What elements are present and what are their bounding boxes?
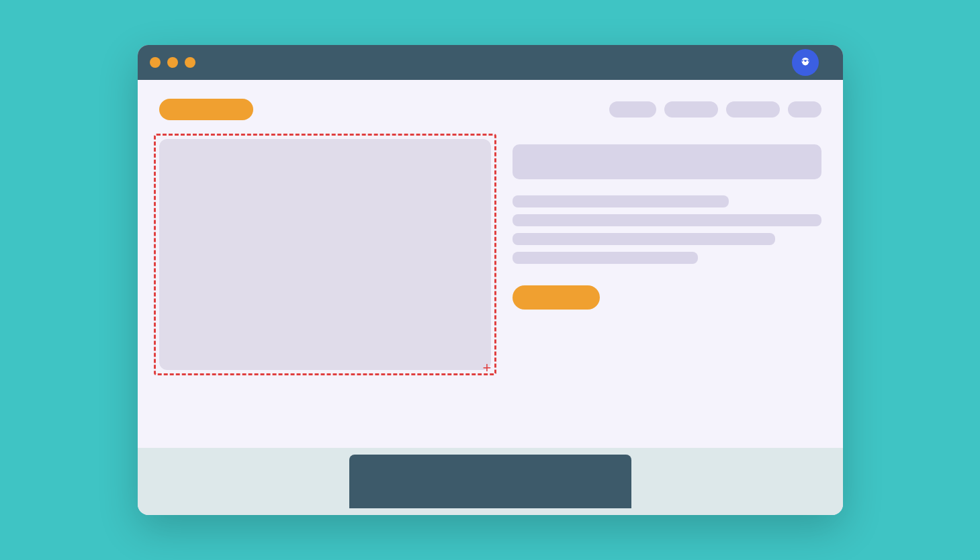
- footer-bar: [349, 455, 631, 508]
- ninja-icon: [798, 55, 813, 70]
- selected-area-box: [159, 139, 491, 370]
- traffic-light-1: [150, 57, 161, 68]
- traffic-light-2: [167, 57, 178, 68]
- browser-titlebar: 500apps NinjaCapture: [138, 45, 843, 80]
- traffic-lights: [150, 57, 195, 68]
- browser-content: [138, 80, 843, 448]
- nav-pill-2: [664, 101, 718, 118]
- content-line-2: [513, 214, 821, 226]
- main-layout: [159, 139, 821, 370]
- right-content: [513, 139, 821, 370]
- content-line-1: [513, 195, 729, 207]
- content-line-3: [513, 233, 775, 245]
- browser-window: 500apps NinjaCapture: [138, 45, 843, 515]
- nav-pill-3: [726, 101, 780, 118]
- svg-point-3: [806, 60, 808, 62]
- nav-pill-1: [609, 101, 656, 118]
- nav-pill-4: [788, 101, 821, 118]
- browser-footer: [138, 448, 843, 515]
- selected-area-wrapper: [159, 139, 491, 370]
- content-line-4: [513, 252, 698, 264]
- content-lines: [513, 195, 821, 264]
- nav-orange-button[interactable]: [159, 99, 253, 120]
- content-cta-button[interactable]: [513, 285, 600, 310]
- extension-icon-button[interactable]: [792, 49, 819, 76]
- svg-point-2: [802, 60, 804, 62]
- content-image-placeholder: [513, 144, 821, 179]
- traffic-light-3: [185, 57, 195, 68]
- nav-bar: [159, 99, 821, 120]
